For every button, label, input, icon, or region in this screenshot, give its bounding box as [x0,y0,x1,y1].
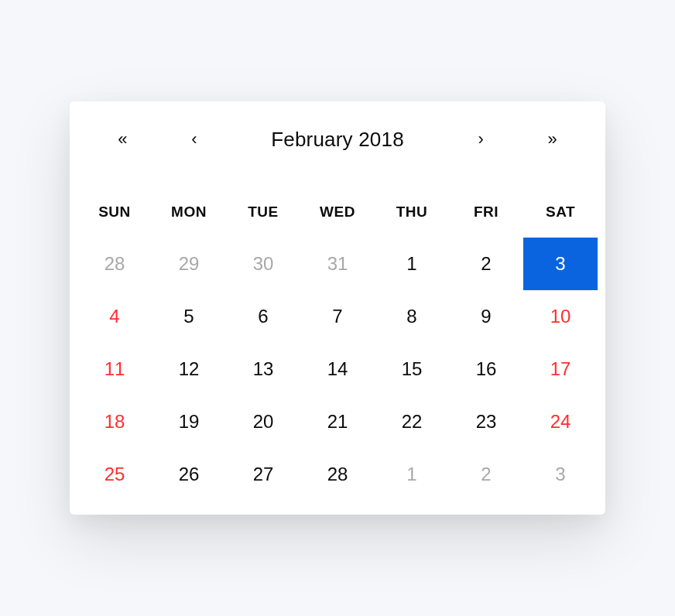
next-year-button[interactable]: » [516,123,588,156]
day-cell[interactable]: 25 [77,448,152,501]
weekday-header: WED [300,194,375,230]
weekday-header: TUE [226,194,300,230]
day-cell[interactable]: 20 [226,395,300,448]
day-cell[interactable]: 27 [226,448,300,501]
day-cell[interactable]: 24 [523,395,598,448]
day-cell[interactable]: 30 [226,238,300,290]
day-cell[interactable]: 15 [375,343,449,395]
weekday-header: FRI [449,194,523,230]
day-cell[interactable]: 12 [152,343,226,395]
weekday-header: MON [152,194,226,230]
day-cell[interactable]: 23 [449,395,523,448]
day-cell[interactable]: 5 [152,290,226,343]
day-cell[interactable]: 18 [77,395,152,448]
weekday-header: SUN [77,194,152,230]
prev-year-button[interactable]: « [87,123,159,156]
day-cell[interactable]: 29 [152,238,226,290]
day-cell[interactable]: 16 [449,343,523,395]
calendar-header: « ‹ February 2018 › » [70,123,605,177]
day-cell[interactable]: 9 [449,290,523,343]
weekday-header: SAT [523,194,598,230]
prev-month-button[interactable]: ‹ [159,123,231,156]
day-cell[interactable]: 31 [300,238,375,290]
month-year-title[interactable]: February 2018 [230,128,445,152]
days-grid: 2829303112345678910111213141516171819202… [70,238,605,501]
day-cell[interactable]: 28 [77,238,152,290]
day-cell[interactable]: 7 [300,290,375,343]
day-cell[interactable]: 3 [523,238,598,290]
day-cell[interactable]: 21 [300,395,375,448]
calendar: « ‹ February 2018 › » SUN MON TUE WED TH… [70,101,605,515]
day-cell[interactable]: 19 [152,395,226,448]
day-cell[interactable]: 2 [449,448,523,501]
day-cell[interactable]: 17 [523,343,598,395]
day-cell[interactable]: 3 [523,448,598,501]
day-cell[interactable]: 28 [300,448,375,501]
next-month-button[interactable]: › [445,123,517,156]
day-cell[interactable]: 6 [226,290,300,343]
weekday-row: SUN MON TUE WED THU FRI SAT [70,177,605,238]
weekday-header: THU [375,194,449,230]
day-cell[interactable]: 13 [226,343,300,395]
day-cell[interactable]: 22 [375,395,449,448]
day-cell[interactable]: 14 [300,343,375,395]
day-cell[interactable]: 26 [152,448,226,501]
day-cell[interactable]: 1 [375,238,449,290]
day-cell[interactable]: 8 [375,290,449,343]
day-cell[interactable]: 1 [375,448,449,501]
day-cell[interactable]: 2 [449,238,523,290]
day-cell[interactable]: 11 [77,343,152,395]
day-cell[interactable]: 4 [77,290,152,343]
day-cell[interactable]: 10 [523,290,598,343]
